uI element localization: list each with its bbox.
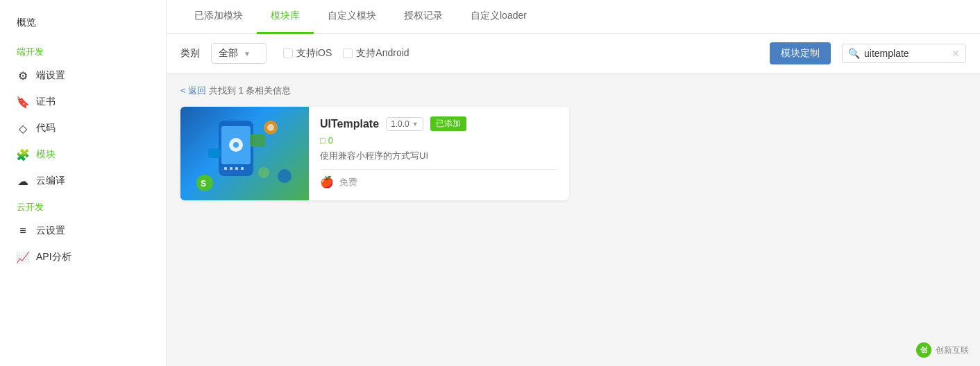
cloud-settings-icon: ≡ xyxy=(17,225,29,237)
svg-rect-3 xyxy=(230,167,233,170)
android-checkbox[interactable]: 支持Android xyxy=(343,47,409,60)
platform-checkboxes: 支持iOS 支持Android xyxy=(283,47,409,60)
version-value: 1.0.0 xyxy=(391,119,409,129)
sidebar-item-cloud-compile[interactable]: ☁ 云编译 xyxy=(0,168,166,194)
card-description: 使用兼容小程序的方式写UI xyxy=(320,150,558,162)
svg-point-13 xyxy=(258,167,269,178)
clear-search-icon[interactable]: ✕ xyxy=(952,48,960,59)
module-icon: 🧩 xyxy=(17,148,29,161)
sidebar-item-settings[interactable]: ⚙ 端设置 xyxy=(0,62,166,89)
sidebar: 概览 端开发 ⚙ 端设置 🔖 证书 ◇ 代码 🧩 模块 ☁ 云编译 云开发 ≡ … xyxy=(0,0,167,366)
sidebar-item-cloud-settings[interactable]: ≡ 云设置 xyxy=(0,218,166,244)
sidebar-item-settings-label: 端设置 xyxy=(36,69,65,82)
search-icon: 🔍 xyxy=(848,48,860,59)
sidebar-item-api-analysis[interactable]: 📈 API分析 xyxy=(0,244,166,270)
sidebar-item-code-label: 代码 xyxy=(36,122,56,134)
version-arrow-icon: ▼ xyxy=(412,121,419,128)
card-title: UITemplate xyxy=(320,118,379,130)
tab-auth-records[interactable]: 授权记录 xyxy=(390,0,457,34)
tab-custom-modules[interactable]: 自定义模块 xyxy=(314,0,390,34)
module-card: S UITemplate 1.0.0 ▼ 已添加 xyxy=(180,107,569,200)
card-image: S xyxy=(180,107,309,200)
subtitle-icon: □ xyxy=(320,135,326,146)
code-icon: ◇ xyxy=(17,122,29,134)
ios-checkbox-box[interactable] xyxy=(283,49,293,58)
ios-label: 支持iOS xyxy=(296,47,332,60)
sidebar-item-module-label: 模块 xyxy=(36,148,56,161)
content-area: < 返回 共找到 1 条相关信息 xyxy=(167,73,980,366)
svg-point-9 xyxy=(267,124,274,131)
sidebar-item-overview[interactable]: 概览 xyxy=(0,7,166,39)
card-title-row: UITemplate 1.0.0 ▼ 已添加 xyxy=(320,116,558,131)
sidebar-item-cloud-compile-label: 云编译 xyxy=(36,175,65,187)
search-result-info: < 返回 共找到 1 条相关信息 xyxy=(180,85,966,97)
svg-point-15 xyxy=(233,142,239,148)
sidebar-item-api-analysis-label: API分析 xyxy=(36,251,71,263)
android-checkbox-box[interactable] xyxy=(343,49,353,58)
card-footer: 🍎 免费 xyxy=(320,169,558,189)
tab-added-modules[interactable]: 已添加模块 xyxy=(180,0,257,34)
version-select[interactable]: 1.0.0 ▼ xyxy=(386,117,423,131)
card-price: 免费 xyxy=(339,176,357,189)
search-input[interactable] xyxy=(864,48,947,59)
brand-logo: 创 xyxy=(916,342,931,358)
select-arrow-icon: ▼ xyxy=(244,50,251,58)
api-analysis-icon: 📈 xyxy=(17,251,29,263)
tab-custom-loader[interactable]: 自定义loader xyxy=(457,0,541,34)
brand-name: 创新互联 xyxy=(936,345,969,356)
subtitle-count: 0 xyxy=(328,135,333,146)
sidebar-item-cloud-settings-label: 云设置 xyxy=(36,225,65,237)
category-label: 类别 xyxy=(180,47,200,60)
bottom-brand: 创 创新互联 xyxy=(916,342,969,358)
apple-icon: 🍎 xyxy=(320,175,334,189)
ios-checkbox[interactable]: 支持iOS xyxy=(283,47,332,60)
tab-module-library[interactable]: 模块库 xyxy=(257,0,314,34)
svg-rect-2 xyxy=(224,167,227,170)
sidebar-item-module[interactable]: 🧩 模块 xyxy=(0,141,166,168)
sidebar-section-cloud: 云开发 xyxy=(0,194,166,218)
category-select[interactable]: 全部 ▼ xyxy=(211,43,267,64)
svg-rect-6 xyxy=(250,134,265,147)
category-value: 全部 xyxy=(219,47,238,60)
result-count: 共找到 1 条相关信息 xyxy=(209,85,291,96)
svg-rect-5 xyxy=(241,167,244,170)
card-body: UITemplate 1.0.0 ▼ 已添加 □ 0 使用兼容小程序的方式写UI… xyxy=(309,107,569,200)
svg-text:S: S xyxy=(201,179,206,189)
sidebar-item-cert[interactable]: 🔖 证书 xyxy=(0,89,166,115)
sidebar-section-client: 端开发 xyxy=(0,39,166,62)
svg-rect-4 xyxy=(235,167,238,170)
svg-rect-7 xyxy=(208,148,221,158)
cert-icon: 🔖 xyxy=(17,96,29,108)
tabs-bar: 已添加模块 模块库 自定义模块 授权记录 自定义loader xyxy=(167,0,980,34)
card-subtitle: □ 0 xyxy=(320,135,558,146)
cloud-compile-icon: ☁ xyxy=(17,175,29,187)
search-box: 🔍 ✕ xyxy=(842,44,966,63)
added-badge: 已添加 xyxy=(430,116,466,131)
sidebar-item-code[interactable]: ◇ 代码 xyxy=(0,115,166,141)
gear-icon: ⚙ xyxy=(17,69,29,82)
svg-point-12 xyxy=(278,169,292,183)
back-link[interactable]: < 返回 xyxy=(180,85,206,96)
customize-module-button[interactable]: 模块定制 xyxy=(770,42,831,64)
sidebar-item-cert-label: 证书 xyxy=(36,96,56,108)
main-content: 已添加模块 模块库 自定义模块 授权记录 自定义loader 类别 全部 ▼ 支… xyxy=(167,0,980,366)
filter-bar: 类别 全部 ▼ 支持iOS 支持Android 模块定制 🔍 ✕ xyxy=(167,34,980,73)
android-label: 支持Android xyxy=(356,47,409,60)
